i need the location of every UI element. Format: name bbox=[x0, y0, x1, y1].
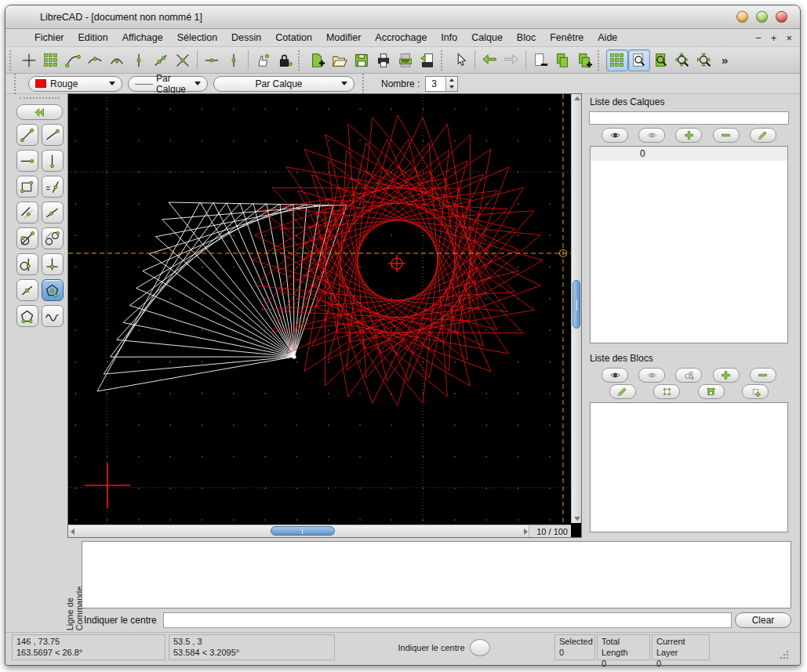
layer-lock-icon[interactable] bbox=[613, 149, 623, 158]
back-button[interactable] bbox=[16, 104, 63, 120]
snap-free-button[interactable] bbox=[18, 49, 40, 71]
maximize-button[interactable] bbox=[756, 11, 768, 23]
circle-tangent-orthogonal-button[interactable] bbox=[16, 253, 38, 275]
menu-item[interactable]: Sélection bbox=[170, 30, 224, 45]
file-export-pdf-button[interactable]: PDF bbox=[394, 49, 416, 71]
spin-up-button[interactable] bbox=[446, 77, 457, 84]
block-list[interactable] bbox=[590, 402, 788, 532]
edit-undo-button[interactable] bbox=[478, 49, 500, 71]
toolbar-handle[interactable] bbox=[362, 74, 367, 94]
layer-print-icon[interactable] bbox=[629, 149, 638, 158]
edit-layer-button[interactable] bbox=[750, 128, 776, 143]
toolbar-handle[interactable] bbox=[14, 74, 19, 94]
toolbar-handle[interactable] bbox=[441, 50, 445, 71]
layer-visible-icon[interactable] bbox=[598, 149, 607, 158]
line-type-combobox[interactable]: Par Calque bbox=[213, 76, 354, 92]
edit-block-button[interactable] bbox=[653, 384, 680, 399]
polygon-center-corner-button[interactable] bbox=[42, 279, 64, 301]
file-print-preview-button[interactable] bbox=[416, 49, 438, 71]
menu-item[interactable]: Edition bbox=[71, 30, 115, 45]
drawing-canvas[interactable] bbox=[68, 94, 573, 525]
snap-distance-button[interactable] bbox=[150, 49, 172, 71]
create-block-button[interactable] bbox=[675, 368, 702, 383]
freehand-line-button[interactable] bbox=[42, 305, 64, 327]
clear-button[interactable]: Clear bbox=[735, 612, 791, 628]
line-parallel-button[interactable] bbox=[16, 202, 38, 223]
close-panel-icon[interactable] bbox=[72, 539, 82, 548]
file-new-button[interactable] bbox=[307, 49, 329, 71]
resize-grip[interactable] bbox=[780, 650, 789, 659]
file-save-button[interactable] bbox=[351, 49, 373, 71]
horizontal-scroll-thumb[interactable] bbox=[271, 526, 335, 536]
show-all-blocks-button[interactable] bbox=[602, 368, 628, 383]
menu-item[interactable]: Dessin bbox=[224, 30, 268, 45]
file-open-button[interactable] bbox=[329, 49, 351, 71]
float-panel-icon[interactable] bbox=[72, 548, 82, 557]
snap-middle-button[interactable] bbox=[128, 49, 150, 71]
zoom-out-button[interactable] bbox=[694, 49, 716, 71]
line-relative-angle-button[interactable] bbox=[16, 279, 38, 301]
restrict-horizontal-button[interactable] bbox=[201, 49, 223, 71]
lock-relative-zero-button[interactable] bbox=[274, 49, 296, 71]
snap-endpoint-button[interactable] bbox=[62, 49, 84, 71]
snap-on-entity-button[interactable] bbox=[84, 49, 106, 71]
mdi-close-button[interactable]: × bbox=[786, 32, 792, 44]
toolbar-overflow-button[interactable]: » bbox=[718, 53, 732, 67]
edit-block-attributes-button[interactable] bbox=[609, 384, 636, 399]
edit-paste-button[interactable] bbox=[573, 49, 595, 71]
edit-redo-button[interactable] bbox=[500, 49, 522, 71]
edit-cut-button[interactable] bbox=[529, 49, 551, 71]
mdi-minimize-button[interactable]: − bbox=[755, 32, 762, 44]
view-grid-button[interactable] bbox=[606, 49, 628, 71]
remove-block-button[interactable] bbox=[750, 368, 776, 383]
zoom-auto-button[interactable] bbox=[650, 49, 672, 71]
mdi-restore-button[interactable]: + bbox=[771, 32, 777, 44]
menu-item[interactable]: Aide bbox=[591, 30, 624, 45]
toolbar-handle[interactable] bbox=[9, 50, 14, 71]
line-angle-button[interactable] bbox=[42, 124, 64, 146]
line-two-points-button[interactable] bbox=[16, 124, 38, 146]
hide-all-layers-button[interactable] bbox=[638, 128, 665, 143]
layer-filter-input[interactable] bbox=[589, 111, 789, 125]
rectangle-button[interactable] bbox=[16, 176, 38, 198]
zoom-in-button[interactable] bbox=[672, 49, 694, 71]
show-all-layers-button[interactable] bbox=[602, 128, 628, 143]
insert-block-button[interactable] bbox=[742, 384, 769, 399]
set-relative-zero-button[interactable] bbox=[252, 49, 274, 71]
line-vertical-button[interactable] bbox=[42, 150, 64, 172]
line-bisector-button[interactable] bbox=[42, 202, 64, 223]
layer-row[interactable]: 0 bbox=[591, 147, 787, 161]
spin-down-button[interactable] bbox=[446, 84, 457, 91]
menu-item[interactable]: Fichier bbox=[27, 30, 71, 45]
menu-item[interactable]: Fenêtre bbox=[543, 30, 591, 45]
scroll-left-icon[interactable] bbox=[71, 529, 75, 535]
scroll-right-icon[interactable] bbox=[524, 529, 528, 535]
line-horizontal-button[interactable] bbox=[16, 150, 38, 172]
snap-center-button[interactable] bbox=[106, 49, 128, 71]
float-panel-icon[interactable] bbox=[765, 97, 774, 107]
scroll-up-icon[interactable] bbox=[574, 96, 580, 100]
line-width-combobox[interactable]: —— Par Calque bbox=[128, 76, 208, 92]
close-button[interactable] bbox=[776, 11, 787, 23]
number-spinbox[interactable]: 3 bbox=[425, 76, 458, 92]
snap-intersection-button[interactable] bbox=[172, 49, 194, 71]
close-panel-icon[interactable] bbox=[779, 354, 788, 363]
close-panel-icon[interactable] bbox=[779, 97, 788, 107]
select-arrow-button[interactable] bbox=[449, 49, 471, 71]
add-block-button[interactable] bbox=[713, 368, 740, 383]
circle-tangent-two-button[interactable] bbox=[42, 227, 64, 249]
menu-item[interactable]: Calque bbox=[464, 30, 510, 45]
snap-grid-button[interactable] bbox=[40, 49, 62, 71]
circle-tangent-point-button[interactable] bbox=[16, 227, 38, 249]
menu-item[interactable]: Cotation bbox=[268, 30, 319, 45]
menu-item[interactable]: Affichage bbox=[115, 30, 170, 45]
restrict-vertical-button[interactable] bbox=[223, 49, 245, 71]
palette-handle[interactable] bbox=[20, 97, 60, 100]
menu-item[interactable]: Info bbox=[434, 30, 464, 45]
zoom-window-button[interactable] bbox=[628, 49, 650, 71]
polygon-corner-corner-button[interactable] bbox=[16, 305, 38, 327]
edit-copy-button[interactable] bbox=[551, 49, 573, 71]
scroll-down-icon[interactable] bbox=[574, 517, 580, 521]
vertical-scrollbar[interactable] bbox=[571, 94, 581, 523]
remove-layer-button[interactable] bbox=[713, 128, 740, 143]
